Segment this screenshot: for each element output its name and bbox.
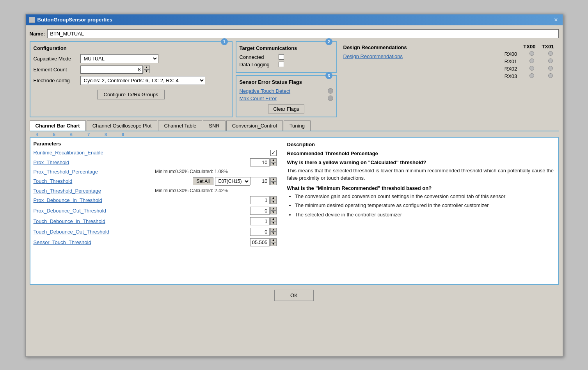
param-prox-debounce-in-link[interactable]: Prox_Debounce_In_Threshold — [34, 197, 250, 203]
design-rec-section: Design Recommendations Design Recommenda… — [340, 41, 497, 117]
element-count-input[interactable] — [80, 66, 143, 74]
name-label: Name: — [30, 31, 45, 37]
param-sensor-touch-threshold-input[interactable] — [250, 238, 270, 246]
tab-num-6: 6 — [70, 132, 73, 137]
param-touch-threshold-pct-link[interactable]: Touch_Threshold_Percentage — [34, 188, 155, 194]
param-touch-threshold-up[interactable]: ▲ — [270, 177, 277, 181]
param-row-prox-threshold-pct: Prox_Threshold_Percentage Minimum:0.30% … — [34, 169, 277, 175]
param-touch-debounce-in-link[interactable]: Touch_Debounce_In_Threshold — [34, 218, 250, 224]
window-title: ButtonGroupSensor properties — [37, 17, 112, 23]
desc-heading1: Recommended Threshold Percentage — [287, 150, 554, 156]
element-count-up[interactable]: ▲ — [144, 66, 150, 69]
param-prox-debounce-out-up[interactable]: ▲ — [270, 207, 277, 211]
param-prox-threshold-link[interactable]: Prox_Threshold — [34, 159, 250, 165]
param-touch-debounce-out-up[interactable]: ▲ — [270, 228, 277, 232]
param-row-prox-threshold: Prox_Threshold ▲ ▼ — [34, 158, 277, 166]
param-row-touch-debounce-in: Touch_Debounce_In_Threshold ▲ ▼ — [34, 217, 277, 225]
data-logging-label: Data Logging — [240, 62, 279, 67]
param-touch-debounce-out-down[interactable]: ▼ — [270, 232, 277, 235]
param-touch-debounce-out-link[interactable]: Touch_Debounce_Out_Threshold — [34, 229, 250, 235]
matrix-cell-rx01-tx01 — [538, 58, 557, 65]
tab-channel-bar-chart[interactable]: Channel Bar Chart — [30, 120, 86, 131]
param-runtime-recal-link[interactable]: Runtime_Recalibration_Enable — [34, 150, 270, 156]
matrix-cell-rx02-tx00 — [520, 65, 538, 73]
matrix-cell-rx01-tx00 — [520, 58, 538, 65]
params-title: Parameters — [34, 141, 277, 147]
param-prox-threshold-pct-link[interactable]: Prox_Threshold_Percentage — [34, 169, 155, 175]
electrode-config-label: Electrode config — [34, 78, 80, 83]
param-touch-threshold-link[interactable]: Touch_Threshold — [34, 178, 193, 184]
desc-bullet-3: The selected device in the controller cu… — [295, 211, 554, 219]
param-touch-threshold-input[interactable] — [250, 177, 270, 185]
close-button[interactable]: × — [552, 16, 559, 23]
ok-row: OK — [30, 290, 559, 305]
param-touch-debounce-in-down[interactable]: ▼ — [270, 221, 277, 225]
param-row-sensor-touch-threshold: Sensor_Touch_Threshold ▲ ▼ — [34, 238, 277, 246]
capacitive-mode-select[interactable]: MUTUAL — [80, 54, 158, 63]
param-prox-threshold-up[interactable]: ▲ — [270, 158, 277, 162]
param-prox-debounce-out-down[interactable]: ▼ — [270, 211, 277, 214]
param-prox-debounce-in-down[interactable]: ▼ — [270, 200, 277, 204]
param-prox-threshold-down[interactable]: ▼ — [270, 162, 277, 166]
param-electrode-select[interactable]: E07(CH15) — [215, 177, 250, 186]
matrix-cell-rx03-tx00 — [520, 73, 538, 80]
param-prox-debounce-in-up[interactable]: ▲ — [270, 196, 277, 200]
desc-bullet-1: The conversion gain and conversion count… — [295, 193, 554, 200]
param-prox-debounce-out-link[interactable]: Prox_Debounce_Out_Threshold — [34, 208, 250, 214]
param-sensor-touch-threshold-link[interactable]: Sensor_Touch_Threshold — [34, 239, 250, 245]
desc-title: Description — [287, 142, 554, 147]
tab-num-9: 9 — [122, 132, 124, 137]
tab-channel-oscilloscope-plot[interactable]: Channel Oscilloscope Plot — [87, 120, 158, 131]
ok-button[interactable]: OK — [274, 290, 314, 301]
target-comm-num: 2 — [325, 38, 332, 45]
param-touch-debounce-in-input[interactable] — [250, 217, 270, 225]
window-icon — [29, 17, 35, 23]
element-count-label: Element Count — [34, 67, 80, 73]
param-row-prox-debounce-in: Prox_Debounce_In_Threshold ▲ ▼ — [34, 196, 277, 204]
lower-section: Parameters Runtime_Recalibration_Enable … — [30, 137, 559, 285]
desc-panel: Description Recommended Threshold Percen… — [283, 138, 558, 284]
tab-channel-table[interactable]: Channel Table — [158, 120, 202, 131]
matrix-row-label-rx02: RX02 — [501, 65, 520, 73]
param-touch-debounce-out-input[interactable] — [250, 228, 270, 236]
config-section: Configuration 1 Capacitive Mode MUTUAL E… — [30, 41, 233, 117]
tab-conversion-control[interactable]: Conversion_Control — [226, 120, 283, 131]
desc-bullet-2: The minimum desired operating temperatur… — [295, 202, 554, 209]
matrix-empty-header — [501, 43, 520, 50]
design-rec-link[interactable]: Design Recommendations — [343, 53, 403, 59]
param-row-touch-threshold-pct: Touch_Threshold_Percentage Minimum:0.30%… — [34, 188, 277, 194]
desc-heading3: What is the "Minimum Recommended" thresh… — [287, 185, 554, 191]
sensor-error-section: Sensor Error Status Flags 3 Negative Tou… — [236, 75, 337, 117]
clear-flags-button[interactable]: Clear Flags — [268, 104, 304, 113]
configure-txrx-button[interactable]: Configure Tx/Rx Groups — [97, 90, 165, 99]
param-prox-threshold-pct-info: Minimum:0.30% Calculated: 1.08% — [155, 169, 277, 174]
tab-snr[interactable]: SNR — [203, 120, 225, 131]
matrix-row-label-rx00: RX00 — [501, 50, 520, 58]
param-sensor-touch-threshold-up[interactable]: ▲ — [270, 238, 277, 242]
name-input[interactable] — [47, 29, 558, 38]
neg-touch-led — [328, 88, 333, 94]
param-touch-threshold-down[interactable]: ▼ — [270, 181, 277, 185]
param-touch-debounce-in-up[interactable]: ▲ — [270, 217, 277, 221]
main-window: ButtonGroupSensor properties × Name: Con… — [25, 14, 563, 357]
matrix-cell-rx03-tx01 — [538, 73, 557, 80]
param-prox-threshold-input[interactable] — [250, 158, 270, 166]
param-set-all-button[interactable]: Set All — [193, 177, 213, 185]
param-prox-debounce-out-input[interactable] — [250, 207, 270, 215]
tab-tuning[interactable]: Tuning — [284, 120, 311, 131]
param-runtime-recal-checkbox[interactable]: ✓ — [270, 150, 277, 156]
data-logging-checkbox[interactable] — [279, 62, 284, 67]
desc-bullets: The conversion gain and conversion count… — [295, 193, 554, 219]
element-count-down[interactable]: ▼ — [144, 69, 150, 73]
param-sensor-touch-threshold-down[interactable]: ▼ — [270, 242, 277, 246]
electrode-config-select[interactable]: Cycles: 2, Controller Ports: 6, TX: 2, R… — [80, 76, 205, 85]
max-count-label[interactable]: Max Count Error — [240, 96, 325, 101]
matrix-row-rx00: RX00 — [501, 50, 557, 58]
tabs-row: Channel Bar Chart Channel Oscilloscope P… — [30, 120, 559, 131]
neg-touch-label[interactable]: Negative Touch Detect — [240, 88, 325, 94]
param-prox-debounce-in-input[interactable] — [250, 196, 270, 204]
params-panel: Parameters Runtime_Recalibration_Enable … — [30, 138, 280, 284]
matrix-row-label-rx01: RX01 — [501, 58, 520, 65]
matrix-section: TX00 TX01 RX00 RX01 — [500, 41, 559, 117]
connected-checkbox[interactable] — [279, 54, 284, 60]
